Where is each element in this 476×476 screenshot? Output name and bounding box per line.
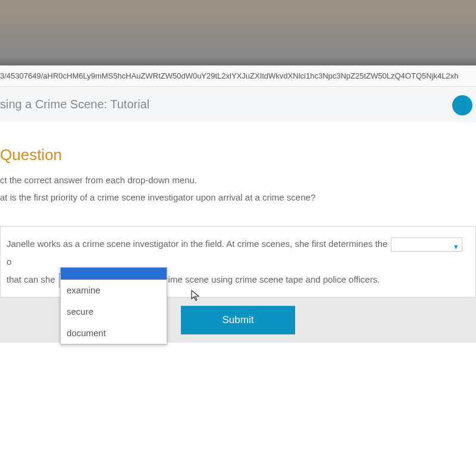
dropdown-option-selected-blank[interactable] xyxy=(61,268,167,280)
question-text-2: o xyxy=(7,256,11,267)
header-circle-icon[interactable] xyxy=(452,95,472,115)
page-title: sing a Crime Scene: Tutorial xyxy=(0,98,149,111)
submit-button[interactable]: Submit xyxy=(181,306,296,334)
question-box: Janelle works as a crime scene investiga… xyxy=(0,226,476,298)
dropdown-option-document[interactable]: document xyxy=(61,322,167,344)
dropdown-1[interactable] xyxy=(391,237,462,252)
question-text-3: that can she xyxy=(7,274,55,284)
dropdown-option-secure[interactable]: secure xyxy=(61,301,167,322)
prompt-text: at is the first priority of a crime scen… xyxy=(0,192,476,202)
question-heading: Question xyxy=(0,146,476,164)
dropdown-2-list: examine secure document xyxy=(60,267,167,345)
question-text-1: Janelle works as a crime scene investiga… xyxy=(7,239,387,249)
question-text-4: the crime scene using crime scene tape a… xyxy=(146,274,380,284)
cursor-icon xyxy=(191,290,201,302)
dropdown-option-examine[interactable]: examine xyxy=(61,280,167,301)
url-bar[interactable]: 3/45307649/aHR0cHM6Ly9mMS5hcHAuZWRtZW50d… xyxy=(0,65,476,87)
page-header: sing a Crime Scene: Tutorial xyxy=(0,87,476,122)
instruction-text: ct the correct answer from each drop-dow… xyxy=(0,175,476,185)
